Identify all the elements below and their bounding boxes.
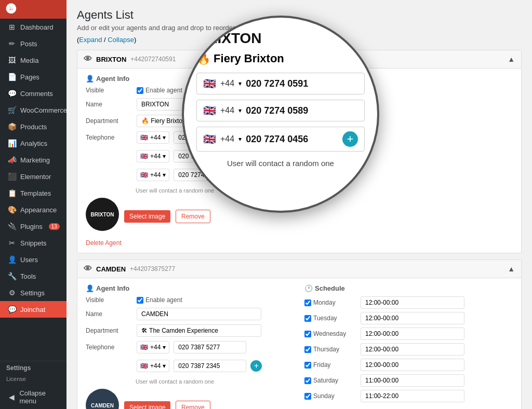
sidebar-item-tools[interactable]: 🔧 Tools [0, 268, 66, 284]
remove-image-btn-camden[interactable]: Remove [176, 401, 210, 409]
phone-flag-select-brixton-0[interactable]: 🇬🇧 +44 ▾ [137, 131, 169, 144]
schedule-checkbox-thursday[interactable]: Thursday [304, 346, 356, 353]
phone-flag-select-camden-1[interactable]: 🇬🇧 +44 ▾ [137, 360, 169, 372]
sidebar-item-pages[interactable]: 📄 Pages [0, 69, 66, 85]
sidebar-item-joinchat[interactable]: 💬 Joinchat [0, 301, 66, 318]
schedule-checkbox-tuesday[interactable]: Tuesday [304, 315, 356, 322]
sidebar-item-label: Tools [20, 272, 36, 280]
enable-agent-checkbox-brixton[interactable]: Enable agent [137, 87, 182, 94]
sidebar-item-analytics[interactable]: 📊 Analytics [0, 135, 66, 152]
schedule-hours-input-friday[interactable] [361, 359, 464, 371]
schedule-hours-input-monday[interactable] [361, 296, 464, 309]
sidebar-license-link[interactable]: License [0, 375, 66, 385]
magnifier-phone-row-2: 🇬🇧 +44 ▾ 020 7274 0456 + [196, 127, 365, 152]
agent-collapse-btn-brixton[interactable]: ▲ [508, 55, 515, 63]
form-row-tel-camden: Telephone 🇬🇧 +44 ▾ 🇬🇧 +44 [86, 341, 294, 374]
schedule-check-input-wednesday[interactable] [304, 331, 311, 337]
schedule-checkbox-sunday[interactable]: Sunday [304, 392, 356, 400]
schedule-hours-input-saturday[interactable] [361, 374, 464, 387]
sidebar-item-label: WooCommerce [20, 106, 66, 114]
agent-collapse-btn-camden[interactable]: ▲ [508, 265, 515, 273]
schedule-check-input-monday[interactable] [304, 299, 311, 306]
schedule-rows-camden: Monday Tuesday Wednesday Thursday Friday… [304, 296, 513, 402]
sidebar-logo: 🅦 [0, 0, 66, 19]
agent-info-icon: 👤 [86, 75, 94, 83]
add-phone-btn-camden[interactable]: + [250, 360, 262, 372]
sidebar-collapse-menu[interactable]: ◀ Collapse menu [0, 385, 66, 409]
schedule-checkbox-friday[interactable]: Friday [304, 361, 356, 369]
avatar-text-brixton: BRIXTON [91, 212, 114, 217]
phone-input-camden-1[interactable] [174, 360, 246, 372]
collapse-link[interactable]: Collapse [108, 36, 134, 44]
sidebar-item-media[interactable]: 🖼 Media [0, 52, 66, 69]
schedule-hours-input-thursday[interactable] [361, 343, 464, 356]
collapse-icon: ◀ [8, 393, 15, 401]
appearance-icon: 🎨 [8, 206, 16, 214]
schedule-check-input-sunday[interactable] [304, 393, 311, 400]
chevron-icon-camden: ▾ [163, 344, 166, 351]
mag-flag-0: 🇬🇧 [203, 77, 216, 90]
sidebar-item-settings[interactable]: ⚙ Settings [0, 284, 66, 301]
schedule-check-input-tuesday[interactable] [304, 315, 311, 322]
schedule-hours-input-wednesday[interactable] [361, 328, 464, 340]
magnifier-phones: 🇬🇧 +44 ▾ 020 7274 0591 🇬🇧 +44 ▾ 020 7274… [196, 73, 365, 157]
sidebar-item-label: Pages [20, 73, 39, 81]
snippets-icon: ✂ [8, 239, 16, 247]
name-input-camden[interactable] [137, 308, 261, 320]
marketing-icon: 📣 [8, 156, 16, 164]
schedule-row-friday: Friday [304, 359, 513, 371]
schedule-hours-input-tuesday[interactable] [361, 312, 464, 324]
schedule-check-input-thursday[interactable] [304, 346, 311, 353]
schedule-day-label: Friday [313, 361, 330, 369]
sidebar-item-marketing[interactable]: 📣 Marketing [0, 152, 66, 168]
sidebar-item-elementor[interactable]: ⬛ Elementor [0, 168, 66, 185]
enable-agent-input-brixton[interactable] [137, 87, 143, 94]
mag-chevron-0: ▾ [238, 80, 242, 87]
sidebar-item-users[interactable]: 👤 Users [0, 251, 66, 268]
remove-image-btn-brixton[interactable]: Remove [176, 210, 210, 223]
avatar-buttons-brixton: Select image Remove [124, 210, 210, 223]
dept-input-camden[interactable] [137, 324, 261, 337]
form-row-dept-camden: Department [86, 324, 294, 337]
schedule-checkbox-wednesday[interactable]: Wednesday [304, 330, 356, 337]
collapse-label: Collapse menu [19, 389, 60, 405]
sidebar-item-dashboard[interactable]: ⊞ Dashboard [0, 19, 66, 35]
schedule-day-label: Thursday [313, 346, 339, 353]
schedule-check-input-friday[interactable] [304, 362, 311, 369]
flag-icon-brixton-1: 🇬🇧 [140, 153, 148, 160]
sidebar-item-woocommerce[interactable]: 🛒 WooCommerce [0, 102, 66, 118]
sidebar-item-plugins[interactable]: 🔌 Plugins 13 [0, 218, 66, 235]
schedule-check-input-saturday[interactable] [304, 377, 311, 384]
dashboard-icon: ⊞ [8, 23, 16, 31]
sidebar-item-label: Posts [20, 40, 37, 48]
mag-flag-2: 🇬🇧 [203, 133, 216, 145]
phone-flag-select-brixton-1[interactable]: 🇬🇧 +44 ▾ [137, 150, 169, 162]
woo-icon: 🛒 [8, 106, 16, 114]
schedule-hours-input-sunday[interactable] [361, 390, 464, 402]
select-image-btn-camden[interactable]: Select image [124, 401, 170, 409]
enable-agent-input-camden[interactable] [137, 297, 143, 304]
sidebar-item-templates[interactable]: 📋 Templates [0, 185, 66, 201]
phone-input-camden-0[interactable] [174, 341, 246, 353]
phone-flag-select-camden-0[interactable]: 🇬🇧 +44 ▾ [137, 341, 169, 353]
sidebar-item-products[interactable]: 📦 Products [0, 118, 66, 135]
sidebar-item-snippets[interactable]: ✂ Snippets [0, 235, 66, 251]
mag-chevron-1: ▾ [238, 107, 242, 114]
sidebar-item-label: Users [20, 256, 38, 264]
expand-link[interactable]: Expand [79, 36, 102, 44]
avatar-brixton: BRIXTON [86, 198, 119, 231]
mag-add-btn[interactable]: + [342, 131, 358, 147]
phone-flag-select-brixton-2[interactable]: 🇬🇧 +44 ▾ [137, 169, 169, 181]
schedule-checkbox-saturday[interactable]: Saturday [304, 377, 356, 384]
sidebar-item-appearance[interactable]: 🎨 Appearance [0, 201, 66, 218]
sidebar-item-comments[interactable]: 💬 Comments [0, 85, 66, 102]
select-image-btn-brixton[interactable]: Select image [124, 210, 170, 223]
schedule-row-saturday: Saturday [304, 374, 513, 387]
schedule-checkbox-monday[interactable]: Monday [304, 299, 356, 306]
avatar-camden: CAMDEN [86, 389, 119, 409]
sidebar-item-posts[interactable]: ✏ Posts [0, 35, 66, 52]
magnifier-phone-row-0: 🇬🇧 +44 ▾ 020 7274 0591 [196, 73, 365, 94]
analytics-icon: 📊 [8, 139, 16, 147]
delete-agent-brixton[interactable]: Delete Agent [86, 239, 122, 247]
enable-agent-checkbox-camden[interactable]: Enable agent [137, 296, 182, 304]
